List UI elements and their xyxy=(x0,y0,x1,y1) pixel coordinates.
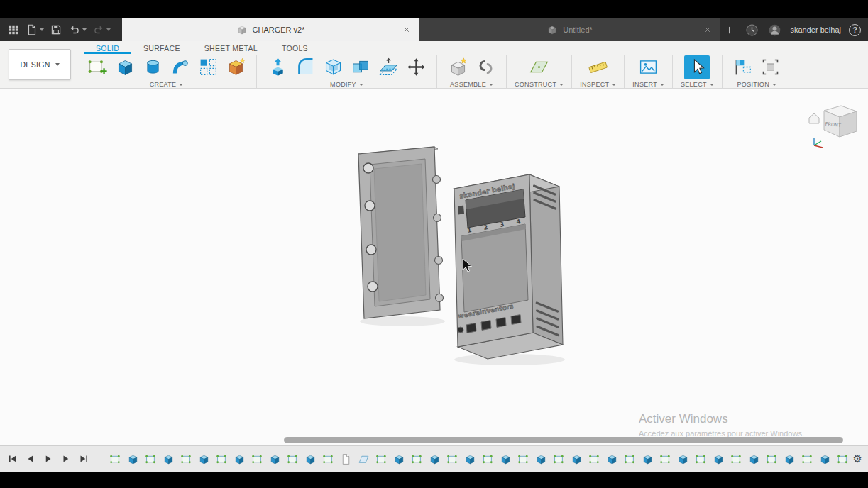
document-tab-untitled[interactable]: Untitled* xyxy=(419,18,720,41)
ribbon-group-dropdown[interactable]: CONSTRUCT xyxy=(515,81,564,88)
3d-model-viewport[interactable]: skander belhaj weareinventors 1 2 3 4 xyxy=(0,89,868,445)
timeline-feature-sketch[interactable] xyxy=(180,452,192,467)
offset-face-tool-button[interactable] xyxy=(375,55,401,79)
timeline-feature-sketch[interactable] xyxy=(375,452,388,467)
ribbon-group-dropdown[interactable]: MODIFY xyxy=(330,81,363,88)
select-cursor-tool-button[interactable] xyxy=(684,55,710,79)
app-grid-icon[interactable] xyxy=(6,21,21,38)
timeline-feature-sketch[interactable] xyxy=(322,452,334,467)
timeline-feature-feature[interactable] xyxy=(642,452,654,467)
avatar-icon[interactable] xyxy=(767,23,782,38)
file-menu-button[interactable] xyxy=(24,21,45,38)
timeline-feature-feature[interactable] xyxy=(784,452,796,467)
tab-tools[interactable]: TOOLS xyxy=(270,42,320,54)
help-icon[interactable]: ? xyxy=(849,24,861,36)
timeline-feature-feature[interactable] xyxy=(234,452,246,467)
new-document-tab-button[interactable] xyxy=(720,18,738,41)
timeline-feature-sketch[interactable] xyxy=(730,452,742,467)
timeline-feature-feature[interactable] xyxy=(198,452,210,467)
timeline-step-forward-button[interactable] xyxy=(59,452,73,466)
timeline-feature-feature[interactable] xyxy=(500,452,512,467)
construct-plane-tool-button[interactable] xyxy=(527,55,552,79)
timeline-feature-feature[interactable] xyxy=(819,452,831,467)
timeline-feature-document[interactable] xyxy=(340,452,352,467)
timeline-feature-sketch[interactable] xyxy=(588,452,600,467)
timeline-feature-feature[interactable] xyxy=(535,452,547,467)
timeline-feature-feature[interactable] xyxy=(571,452,583,467)
press-pull-tool-button[interactable] xyxy=(265,55,290,79)
timeline-feature-sketch[interactable] xyxy=(287,452,299,467)
workspace-switcher-design[interactable]: DESIGN xyxy=(9,49,71,80)
timeline-feature-feature[interactable] xyxy=(127,452,139,467)
timeline-feature-sketch[interactable] xyxy=(766,452,778,467)
joint-tool-button[interactable] xyxy=(473,55,498,79)
insert-canvas-tool-button[interactable] xyxy=(636,55,661,79)
close-tab-icon[interactable] xyxy=(402,25,412,35)
timeline-feature-sketch[interactable] xyxy=(145,452,157,467)
timeline-feature-sketch[interactable] xyxy=(251,452,263,467)
document-tab-charger[interactable]: CHARGER v2* xyxy=(122,18,419,41)
shell-tool-button[interactable] xyxy=(320,55,346,79)
timeline-settings-gear-icon[interactable]: ⚙ xyxy=(847,453,868,465)
timeline-feature-feature[interactable] xyxy=(713,452,725,467)
ribbon-group-dropdown[interactable]: INSPECT xyxy=(580,81,616,88)
extrude-tool-button[interactable] xyxy=(112,55,138,79)
timeline-feature-feature[interactable] xyxy=(429,452,441,467)
tab-solid[interactable]: SOLID xyxy=(84,42,131,54)
job-status-icon[interactable] xyxy=(745,23,759,38)
timeline-go-to-end-button[interactable] xyxy=(77,452,91,466)
timeline-feature-sketch[interactable] xyxy=(109,452,121,467)
combine-tool-button[interactable] xyxy=(348,55,373,79)
close-tab-icon[interactable] xyxy=(703,25,713,35)
revolve-tool-button[interactable] xyxy=(140,55,165,79)
sweep-tool-button[interactable] xyxy=(167,55,193,79)
timeline-feature-sketch[interactable] xyxy=(553,452,565,467)
redo-button[interactable] xyxy=(91,21,112,38)
home-icon[interactable] xyxy=(809,113,819,123)
ribbon-group-dropdown[interactable]: POSITION xyxy=(737,81,776,88)
ribbon-group-dropdown[interactable]: SELECT xyxy=(681,81,714,88)
model-front-case[interactable]: skander belhaj weareinventors 1 2 3 4 xyxy=(454,174,563,359)
timeline-feature-sketch[interactable] xyxy=(624,452,636,467)
ribbon-group-dropdown[interactable]: INSERT xyxy=(632,81,664,88)
ribbon-group-dropdown[interactable]: CREATE xyxy=(150,81,184,88)
timeline-play-button[interactable] xyxy=(41,452,55,466)
primitive-tool-button[interactable] xyxy=(223,55,248,79)
timeline-feature-sketch[interactable] xyxy=(659,452,671,467)
timeline-feature-sketch[interactable] xyxy=(837,452,847,467)
move-tool-button[interactable] xyxy=(403,55,429,79)
timeline-feature-sketch[interactable] xyxy=(801,452,813,467)
measure-tool-button[interactable] xyxy=(586,55,611,79)
view-cube[interactable]: FRONT xyxy=(806,96,865,155)
save-button[interactable] xyxy=(48,21,64,38)
timeline-feature-feature[interactable] xyxy=(677,452,689,467)
revert-position-tool-button[interactable] xyxy=(758,55,784,79)
fillet-tool-button[interactable] xyxy=(292,55,318,79)
new-component-tool-button[interactable] xyxy=(445,55,471,79)
timeline-feature-sketch[interactable] xyxy=(216,452,228,467)
create-sketch-tool-button[interactable] xyxy=(84,55,110,79)
timeline-feature-sketch[interactable] xyxy=(517,452,529,467)
ribbon-group-dropdown[interactable]: ASSEMBLE xyxy=(450,81,493,88)
timeline-feature-sketch[interactable] xyxy=(695,452,707,467)
timeline-step-back-button[interactable] xyxy=(23,452,38,466)
timeline-feature-feature[interactable] xyxy=(163,452,175,467)
user-name[interactable]: skander belhaj xyxy=(790,26,841,34)
timeline-feature-sketch[interactable] xyxy=(411,452,423,467)
timeline-feature-sketch[interactable] xyxy=(482,452,494,467)
timeline-feature-sketch[interactable] xyxy=(446,452,458,467)
timeline-feature-feature[interactable] xyxy=(269,452,281,467)
timeline-feature-feature[interactable] xyxy=(304,452,317,467)
timeline-feature-feature[interactable] xyxy=(606,452,618,467)
canvas-horizontal-scrollbar[interactable] xyxy=(284,437,843,443)
capture-position-tool-button[interactable] xyxy=(730,55,756,79)
timeline-feature-feature[interactable] xyxy=(464,452,476,467)
timeline-feature-plane[interactable] xyxy=(358,452,370,467)
modeling-canvas[interactable]: skander belhaj weareinventors 1 2 3 4 xyxy=(0,89,868,445)
timeline-feature-feature[interactable] xyxy=(748,452,760,467)
pattern-tool-button[interactable] xyxy=(195,55,221,79)
model-back-cover[interactable] xyxy=(358,147,444,318)
timeline-go-to-start-button[interactable] xyxy=(6,452,20,466)
tab-surface[interactable]: SURFACE xyxy=(131,42,192,54)
timeline-feature-feature[interactable] xyxy=(393,452,405,467)
